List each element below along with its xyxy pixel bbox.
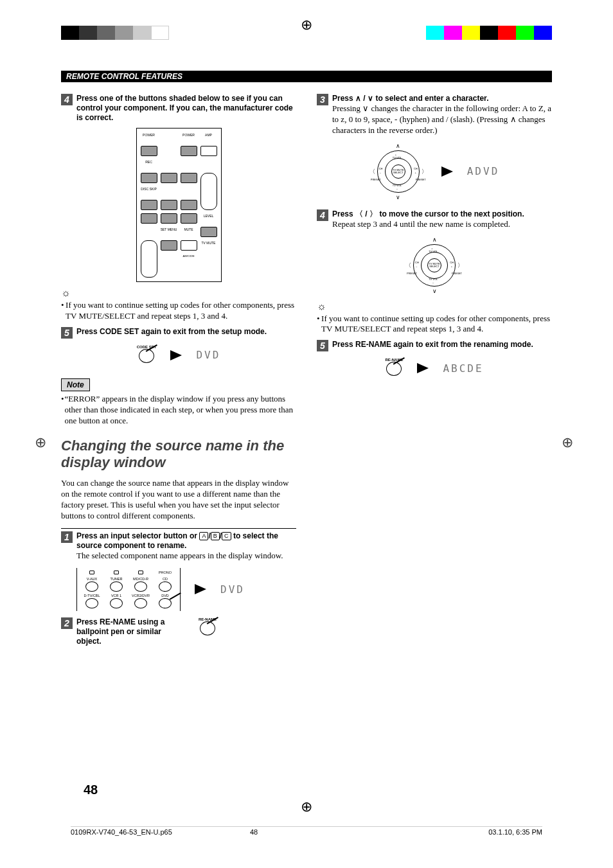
footer: 0109RX-V740_46-53_EN-U.p65 48 03.1.10, 6… (71, 826, 542, 836)
section-title: Changing the source name in the display … (61, 438, 296, 470)
dpad-figure: ∧∨〈〉 TV MUTE SELECT + TV VOL TV VOL – CH… (369, 143, 427, 200)
left-column: 4 Press one of the buttons shaded below … (61, 90, 296, 646)
page: ⊕ ⊕ ⊕ ⊕ REMOTE CONTROL FEATURES 4 Press … (0, 0, 613, 868)
display-dvd: DVD (196, 349, 220, 361)
footer-filename: 0109RX-V740_46-53_EN-U.p65 (71, 828, 172, 836)
rename-button-icon-2 (386, 362, 402, 376)
remote-btn-av[interactable] (181, 146, 197, 156)
display-dvd-2: DVD (220, 583, 245, 596)
rename-button-icon (200, 621, 215, 635)
registration-mark-left: ⊕ (35, 434, 46, 451)
note-text: “ERROR” appears in the display window if… (64, 394, 296, 427)
chip-b: B (211, 532, 220, 540)
registration-mark-bottom: ⊕ (301, 799, 312, 815)
remote-btn-audio[interactable] (181, 173, 197, 183)
step-4r-badge: 4 (317, 209, 328, 221)
tip-text: If you want to continue setting up codes… (66, 300, 296, 322)
remote-figure: POWERPOWERAMP REC DISC SKIP LEVELSET MEN… (136, 128, 222, 282)
color-bars-left (61, 26, 169, 40)
tip-text-r: If you want to continue setting up codes… (321, 314, 552, 335)
step-2-text: Press RE-NAME using a ballpoint pen or s… (76, 617, 179, 646)
chip-c: C (222, 532, 231, 540)
tip-icon: ☼ (317, 301, 552, 312)
footer-page: 48 (250, 828, 258, 836)
step-2-badge: 2 (61, 617, 73, 629)
registration-mark-top: ⊕ (301, 17, 312, 33)
step-1-badge: 1 (61, 531, 73, 543)
chip-a: A (199, 532, 208, 540)
step-4-badge: 4 (61, 94, 73, 105)
step-1-body: The selected component name appears in t… (76, 551, 296, 562)
arrow-icon (417, 363, 429, 373)
registration-mark-right: ⊕ (562, 434, 573, 451)
section-intro: You can change the source name that appe… (61, 478, 296, 522)
step-3-badge: 3 (317, 94, 328, 105)
arrow-icon (170, 350, 182, 360)
remote-btn-vol[interactable] (200, 173, 217, 210)
color-bars-right (426, 26, 552, 40)
section-header: REMOTE CONTROL FEATURES (61, 71, 552, 82)
step-5-text: Press CODE SET again to exit from the se… (76, 327, 296, 339)
selector-figure: PHONO V-AUXTUNERMD/CD-RCD D-TV/CBLVCR 1V… (76, 568, 181, 611)
codeset-button-icon (139, 349, 154, 363)
step-5-badge: 5 (61, 327, 73, 339)
arrow-icon (195, 584, 206, 594)
remote-btn-menu[interactable] (161, 240, 177, 251)
arrow-icon (441, 166, 453, 177)
note-label: Note (61, 378, 90, 391)
step-4r-body: Repeat step 3 and 4 until the new name i… (332, 219, 552, 230)
footer-timestamp: 03.1.10, 6:35 PM (488, 828, 542, 836)
right-column: 3 Press ∧ / ∨ to select and enter a char… (317, 90, 552, 646)
display-abcde: ABCDE (443, 362, 483, 375)
dpad-figure-2: ∧∨〈〉 TV MUTE SELECT + TV VOL TV VOL – CH… (405, 236, 463, 294)
display-advd: ADVD (467, 165, 500, 177)
step-5r-text: Press RE-NAME again to exit from the ren… (332, 340, 552, 351)
remote-btn-tv[interactable] (141, 146, 157, 156)
step-5r-badge: 5 (317, 340, 328, 351)
tip-icon: ☼ (61, 287, 296, 299)
page-number: 48 (84, 783, 98, 797)
step-4-text: Press one of the buttons shaded below to… (76, 94, 296, 123)
